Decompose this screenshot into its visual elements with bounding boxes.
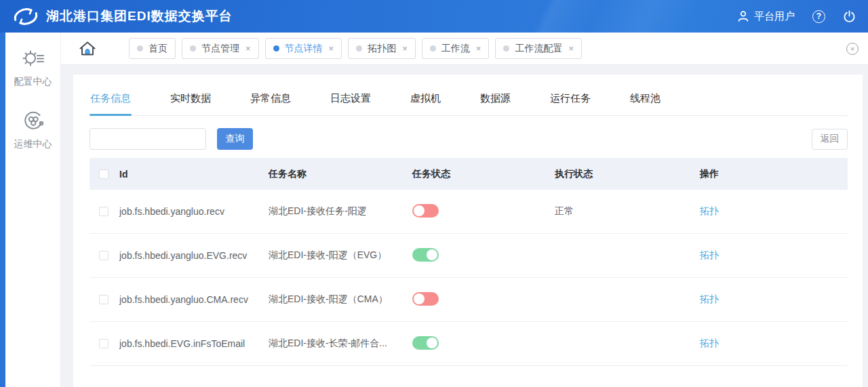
user-menu[interactable]: 平台用户 <box>737 10 795 23</box>
content-tab-exception-info[interactable]: 异常信息 <box>250 91 292 115</box>
content-tab-running-tasks[interactable]: 运行任务 <box>549 91 591 115</box>
table-row: job.fs.hbedi.yangluo.CMA.recv 湖北EDI-接收-阳… <box>90 278 848 322</box>
column-header-exec-status: 执行状态 <box>555 168 700 180</box>
task-name: 湖北EDI-接收-阳逻（CMA） <box>269 293 412 306</box>
column-header-task-state: 任务状态 <box>412 168 555 180</box>
content-tab-task-info[interactable]: 任务信息 <box>90 91 132 115</box>
tab-node-management[interactable]: 节点管理 × <box>182 38 259 59</box>
content-tab-datasource[interactable]: 数据源 <box>479 91 511 115</box>
tab-close-icon[interactable]: × <box>568 43 574 54</box>
topology-link[interactable]: 拓扑 <box>700 338 719 348</box>
page-tabbar: 首页 节点管理 × 节点详情 × 拓扑图 × 工作流 × <box>61 33 868 65</box>
task-id: job.fs.hbedi.yangluo.recv <box>119 206 269 217</box>
select-all-checkbox[interactable] <box>99 169 108 179</box>
row-checkbox[interactable] <box>99 295 108 304</box>
tab-node-detail[interactable]: 节点详情 × <box>265 38 342 59</box>
close-all-tabs-icon[interactable]: × <box>846 43 859 55</box>
tab-home[interactable]: 首页 <box>129 38 176 59</box>
task-id: job.fs.hbedi.yangluo.CMA.recv <box>119 294 269 305</box>
task-name: 湖北EDI-接收-长荣-邮件合... <box>269 338 412 350</box>
table-header-row: Id 任务名称 任务状态 执行状态 操作 <box>90 158 848 190</box>
search-input[interactable] <box>90 128 206 150</box>
user-label: 平台用户 <box>754 10 795 23</box>
topology-link[interactable]: 拓扑 <box>700 249 719 260</box>
tab-workflow[interactable]: 工作流 × <box>422 38 490 59</box>
task-name: 湖北EDI-接收-阳逻（EVG） <box>269 249 412 262</box>
row-checkbox[interactable] <box>99 339 108 348</box>
brand-swoosh-logo-icon <box>12 4 39 28</box>
content-tab-virtual-machine[interactable]: 虚拟机 <box>410 91 441 115</box>
tab-dot <box>137 45 143 52</box>
task-state-toggle[interactable] <box>412 204 439 218</box>
task-state-toggle[interactable] <box>412 248 439 262</box>
ops-cycle-icon <box>20 108 46 133</box>
page-title: 湖北港口集团EDI数据交换平台 <box>46 7 233 25</box>
content-tab-realtime-data[interactable]: 实时数据 <box>170 91 212 115</box>
content-tab-log-settings[interactable]: 日志设置 <box>330 91 372 115</box>
sidebar-item-ops-center[interactable]: 运维中心 <box>14 108 52 150</box>
user-icon <box>737 10 749 22</box>
app-header: 湖北港口集团EDI数据交换平台 平台用户 ? <box>0 0 868 33</box>
gear-settings-icon <box>20 46 46 70</box>
sidebar-item-label: 运维中心 <box>14 138 52 150</box>
tab-close-icon[interactable]: × <box>402 43 408 54</box>
row-checkbox[interactable] <box>99 207 108 216</box>
topology-link[interactable]: 拓扑 <box>700 293 719 304</box>
detail-card: 任务信息 实时数据 异常信息 日志设置 虚拟机 数据源 运行任务 线程池 查询 … <box>73 75 863 387</box>
task-name: 湖北EDI-接收任务-阳逻 <box>269 205 412 218</box>
tab-workflow-config[interactable]: 工作流配置 × <box>495 38 582 59</box>
sidebar-item-label: 配置中心 <box>14 76 52 88</box>
row-checkbox[interactable] <box>99 251 108 260</box>
column-header-name: 任务名称 <box>269 168 412 180</box>
tab-dot <box>503 45 509 52</box>
table-row: job.fs.hbedi.yangluo.EVG.recv 湖北EDI-接收-阳… <box>90 234 848 278</box>
exec-status: 正常 <box>555 205 700 218</box>
sidebar-item-config-center[interactable]: 配置中心 <box>14 46 52 88</box>
tab-dot <box>190 45 196 52</box>
tab-close-icon[interactable]: × <box>476 43 481 54</box>
task-state-toggle[interactable] <box>412 292 439 306</box>
column-header-action: 操作 <box>700 168 848 180</box>
task-id: job.fs.hbedi.EVG.inFsToEmail <box>119 338 269 349</box>
tab-topology[interactable]: 拓扑图 × <box>348 38 416 59</box>
tab-close-icon[interactable]: × <box>245 43 251 54</box>
topology-link[interactable]: 拓扑 <box>700 205 719 216</box>
content-tab-thread-pool[interactable]: 线程池 <box>629 91 661 115</box>
task-state-toggle[interactable] <box>412 336 439 350</box>
back-button[interactable]: 返回 <box>812 129 848 150</box>
tab-dot <box>273 45 279 52</box>
tab-dot <box>430 45 436 52</box>
left-accent-strip <box>0 33 5 387</box>
tab-close-icon[interactable]: × <box>329 43 334 54</box>
table-row: job.fs.hbedi.yangluo.recv 湖北EDI-接收任务-阳逻 … <box>90 190 848 234</box>
column-header-id: Id <box>119 169 269 180</box>
detail-tabs: 任务信息 实时数据 异常信息 日志设置 虚拟机 数据源 运行任务 线程池 <box>90 91 848 116</box>
home-icon[interactable] <box>77 39 98 58</box>
tab-dot <box>356 45 362 52</box>
task-id: job.fs.hbedi.yangluo.EVG.recv <box>119 250 269 261</box>
query-button[interactable]: 查询 <box>217 128 253 150</box>
task-table: Id 任务名称 任务状态 执行状态 操作 job.fs.hbedi.yanglu… <box>90 158 848 366</box>
sidebar: 配置中心 运维中心 <box>5 33 61 387</box>
help-icon[interactable]: ? <box>812 10 825 23</box>
power-icon[interactable] <box>843 10 856 23</box>
table-row: job.fs.hbedi.EVG.inFsToEmail 湖北EDI-接收-长荣… <box>90 322 848 366</box>
